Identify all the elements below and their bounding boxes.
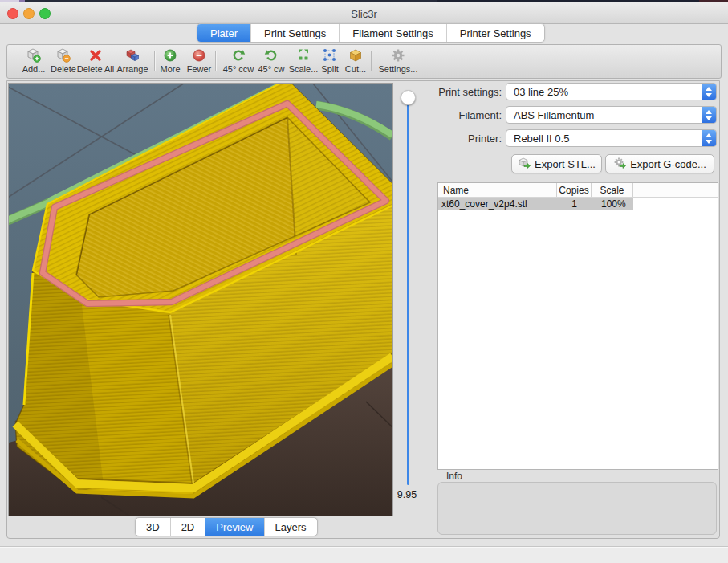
- column-header-filler: [633, 183, 718, 197]
- print-preview-render: [9, 84, 392, 516]
- box-export-icon: [518, 157, 531, 172]
- info-group-title: Info: [446, 471, 462, 482]
- tab-printer-settings[interactable]: Printer Settings: [447, 24, 544, 42]
- toolbar-separator: [371, 51, 372, 71]
- table-header-row: Name Copies Scale: [438, 183, 718, 198]
- cube-minus-icon: [55, 47, 71, 63]
- main-tab-bar: Plater Print Settings Filament Settings …: [197, 23, 545, 43]
- print-settings-value: 03 line 25%: [514, 86, 568, 98]
- filament-value: ABS Fillamentum: [514, 109, 594, 121]
- red-minus-circle-icon: [192, 47, 206, 63]
- export-stl-label: Export STL...: [535, 158, 596, 170]
- printer-value: Rebell II 0.5: [514, 133, 569, 145]
- export-stl-button[interactable]: Export STL...: [511, 154, 602, 173]
- filament-select[interactable]: ABS Fillamentum: [506, 106, 717, 124]
- column-header-name[interactable]: Name: [438, 183, 557, 197]
- export-gcode-button[interactable]: Export G-code...: [605, 154, 714, 173]
- window-title: Slic3r: [0, 8, 728, 20]
- toolbar: Add... Delete Delete All Arrange More: [6, 44, 722, 79]
- printer-label: Printer:: [413, 133, 502, 145]
- view-tab-2d[interactable]: 2D: [171, 518, 206, 536]
- filament-label: Filament:: [413, 109, 502, 121]
- view-tab-layers[interactable]: Layers: [265, 518, 317, 536]
- gear-icon: [390, 47, 406, 63]
- printer-select[interactable]: Rebell II 0.5: [506, 129, 717, 147]
- red-x-icon: [88, 47, 103, 63]
- toolbar-label: Fewer: [187, 64, 212, 74]
- table-row-selected[interactable]: xt60_cover_v2p4.stl 1 100%: [438, 198, 633, 210]
- toolbar-label: Arrange: [116, 64, 148, 74]
- tab-filament-settings[interactable]: Filament Settings: [340, 24, 446, 42]
- popup-stepper-icon: [702, 130, 716, 146]
- cut-box-icon: [348, 47, 364, 63]
- view-mode-tab-bar: 3D 2D Preview Layers: [135, 517, 318, 536]
- layer-slider-track[interactable]: [407, 98, 409, 485]
- layer-slider-value: 9.95: [388, 489, 426, 500]
- popup-stepper-icon: [702, 107, 716, 123]
- tab-plater[interactable]: Plater: [197, 24, 251, 42]
- tab-print-settings[interactable]: Print Settings: [251, 24, 340, 42]
- export-gcode-label: Export G-code...: [630, 158, 706, 170]
- rotate-ccw-icon: [230, 47, 246, 63]
- popup-stepper-icon: [702, 84, 716, 100]
- view-tab-3d[interactable]: 3D: [136, 518, 171, 536]
- toolbar-label: Cut...: [345, 64, 366, 74]
- slic3r-window: Slic3r Plater Print Settings Filament Se…: [0, 0, 728, 563]
- print-settings-select[interactable]: 03 line 25%: [506, 83, 717, 100]
- title-bar[interactable]: Slic3r: [0, 2, 728, 24]
- info-group-box: Size: 19.20 x 12.00 x 10.00 Volume: 818.…: [437, 482, 717, 535]
- cubes-icon: [124, 47, 140, 63]
- view-tab-preview[interactable]: Preview: [205, 518, 264, 536]
- print-settings-label: Print settings:: [413, 86, 502, 98]
- column-header-scale[interactable]: Scale: [592, 183, 633, 197]
- column-header-copies[interactable]: Copies: [557, 183, 592, 197]
- status-bar: [0, 547, 728, 563]
- object-scale-cell: 100%: [592, 198, 633, 210]
- objects-table[interactable]: Name Copies Scale xt60_cover_v2p4.stl 1 …: [437, 182, 718, 470]
- rotate-cw-icon: [263, 47, 279, 63]
- preview-3d-canvas[interactable]: [8, 83, 393, 516]
- gear-export-icon: [613, 157, 626, 172]
- object-name-cell: xt60_cover_v2p4.stl: [438, 198, 557, 210]
- settings-button[interactable]: Settings...: [372, 47, 424, 74]
- object-copies-cell: 1: [557, 198, 592, 210]
- toolbar-label: Settings...: [379, 64, 418, 74]
